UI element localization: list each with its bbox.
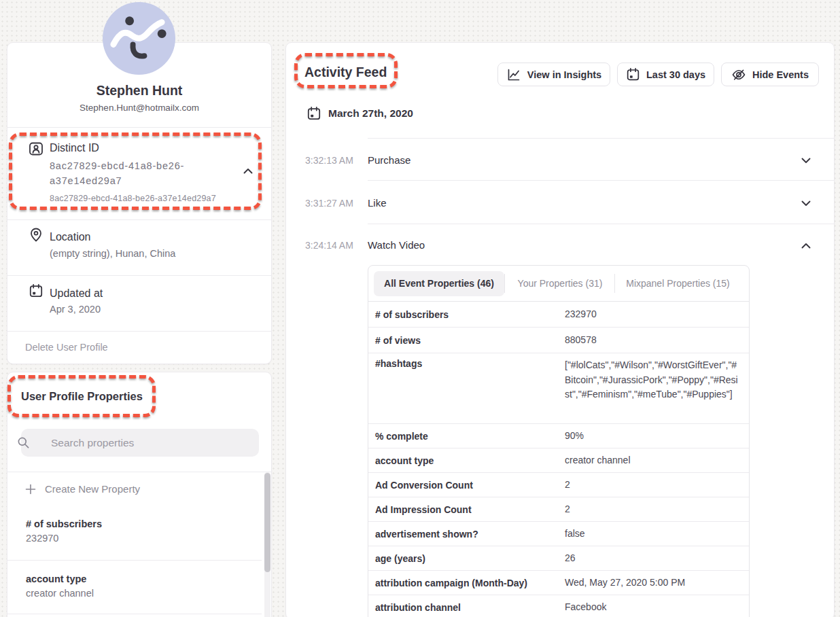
- updated-at-label: Updated at: [50, 287, 103, 300]
- date-range-label: Last 30 days: [646, 69, 705, 80]
- property-value: 880578: [565, 333, 749, 348]
- scrollbar-thumb[interactable]: [264, 473, 270, 572]
- property-name: # of subscribers: [368, 309, 565, 320]
- date-range-button[interactable]: Last 30 days: [617, 63, 714, 86]
- event-properties-tabs: All Event Properties (46) Your Propertie…: [368, 266, 749, 302]
- divider: [7, 472, 271, 472]
- property-value: 2: [565, 502, 749, 517]
- event-row-expanded[interactable]: 3:24:14 AM Watch Video: [286, 224, 834, 266]
- user-profile-properties-card: User Profile Properties Create New Prope…: [7, 372, 272, 617]
- property-value: 26: [565, 551, 749, 566]
- event-property-row: age (years) 26: [368, 546, 749, 571]
- property-name: account type: [368, 455, 565, 466]
- property-name: % complete: [368, 431, 565, 442]
- date-header: March 27th, 2020: [328, 107, 413, 120]
- chevron-up-icon[interactable]: [243, 168, 253, 174]
- event-properties-table: All Event Properties (46) Your Propertie…: [368, 265, 750, 617]
- location-value: (empty string), Hunan, China: [50, 248, 175, 259]
- distinct-id-sub-value: 8ac27829-ebcd-41a8-be26-a37e14ed29a7: [50, 194, 216, 203]
- tab-mixpanel-properties[interactable]: Mixpanel Properties (15): [615, 271, 741, 296]
- event-time: 3:32:13 AM: [305, 155, 353, 166]
- calendar-icon: [29, 283, 43, 298]
- event-property-row: advertisement shown? false: [368, 522, 749, 546]
- eye-off-icon: [731, 67, 746, 82]
- activity-feed-card: Activity Feed View in Insights Last 30 d…: [285, 42, 835, 617]
- search-input[interactable]: [21, 429, 259, 457]
- property-value: creator channel: [565, 453, 749, 468]
- event-property-row: #hashtags ["#lolCats","#Wilson","#WorstG…: [368, 353, 749, 424]
- property-value: Facebook: [565, 600, 749, 615]
- plus-icon: [25, 484, 36, 495]
- property-name: attribution campaign (Month-Day): [368, 578, 565, 588]
- property-value: 232970: [26, 533, 102, 544]
- profile-email: Stephen.Hunt@hotmailx.com: [7, 103, 271, 113]
- property-value: creator channel: [26, 588, 94, 599]
- property-list-item[interactable]: # of subscribers 232970: [26, 518, 102, 544]
- search-icon: [17, 436, 30, 449]
- event-property-row: # of views 880578: [368, 328, 749, 353]
- event-property-row: # of subscribers 232970: [368, 302, 749, 328]
- property-list-item[interactable]: account type creator channel: [26, 574, 94, 599]
- calendar-icon: [626, 67, 640, 82]
- delete-user-profile-button[interactable]: Delete User Profile: [25, 342, 108, 353]
- distinct-id-value: 8ac27829-ebcd-41a8-be26-a37e14ed29a7: [50, 158, 220, 188]
- event-row[interactable]: 3:32:13 AM Purchase: [286, 138, 834, 180]
- hide-events-button[interactable]: Hide Events: [721, 63, 819, 86]
- event-property-row: Ad Conversion Count 2: [368, 473, 749, 497]
- divider: [7, 331, 271, 332]
- divider: [7, 614, 262, 614]
- calendar-icon: [307, 106, 321, 121]
- property-name: # of views: [368, 335, 565, 346]
- event-property-row: % complete 90%: [368, 424, 749, 448]
- profile-name: Stephen Hunt: [7, 83, 271, 99]
- create-new-property-button[interactable]: Create New Property: [25, 483, 140, 495]
- tab-your-properties[interactable]: Your Properties (31): [505, 271, 614, 296]
- event-property-row: Ad Impression Count 2: [368, 497, 749, 522]
- property-value: 2: [565, 478, 749, 493]
- view-in-insights-label: View in Insights: [527, 69, 601, 80]
- event-property-row: attribution channel Facebook: [368, 595, 749, 617]
- property-name: account type: [26, 574, 94, 584]
- tab-all-event-properties[interactable]: All Event Properties (46): [374, 271, 504, 296]
- property-name: Ad Impression Count: [368, 504, 565, 515]
- event-row[interactable]: 3:31:27 AM Like: [286, 180, 834, 224]
- distinct-id-label: Distinct ID: [50, 142, 99, 154]
- event-name: Watch Video: [368, 239, 425, 251]
- create-new-property-label: Create New Property: [45, 483, 140, 495]
- chevron-down-icon[interactable]: [801, 158, 811, 164]
- chevron-down-icon[interactable]: [801, 200, 811, 207]
- property-name: # of subscribers: [26, 518, 102, 529]
- property-value: Wed, May 27, 2020 5:00 PM: [565, 576, 749, 590]
- avatar: [103, 2, 175, 77]
- divider: [7, 560, 262, 561]
- event-name: Like: [368, 197, 387, 209]
- property-value: 232970: [565, 307, 749, 322]
- mixpanel-user-profile-page: { "profile": { "name": "Stephen Hunt", "…: [0, 0, 840, 617]
- event-name: Purchase: [368, 154, 410, 166]
- property-name: advertisement shown?: [368, 529, 565, 540]
- property-name: #hashtags: [368, 358, 565, 369]
- event-property-row: attribution campaign (Month-Day) Wed, Ma…: [368, 571, 749, 595]
- property-name: age (years): [368, 553, 565, 564]
- event-property-row: account type creator channel: [368, 448, 749, 473]
- activity-feed-title: Activity Feed: [304, 65, 387, 80]
- property-value: false: [565, 527, 749, 542]
- properties-panel-title: User Profile Properties: [21, 390, 143, 403]
- property-name: attribution channel: [368, 602, 565, 613]
- event-time: 3:31:27 AM: [305, 198, 353, 209]
- id-badge-icon: [29, 141, 43, 156]
- divider: [7, 127, 271, 128]
- updated-at-value: Apr 3, 2020: [50, 304, 101, 315]
- divider: [7, 275, 271, 276]
- location-label: Location: [50, 231, 91, 243]
- chevron-up-icon[interactable]: [801, 243, 811, 249]
- property-value: ["#lolCats","#Wilson","#WorstGiftEver","…: [565, 358, 749, 402]
- property-name: Ad Conversion Count: [368, 480, 565, 491]
- property-value: 90%: [565, 429, 749, 444]
- location-pin-icon: [29, 227, 43, 242]
- hide-events-label: Hide Events: [752, 69, 809, 80]
- event-time: 3:24:14 AM: [305, 240, 353, 251]
- view-in-insights-button[interactable]: View in Insights: [497, 63, 610, 86]
- insights-chart-icon: [506, 67, 521, 82]
- divider: [7, 219, 271, 220]
